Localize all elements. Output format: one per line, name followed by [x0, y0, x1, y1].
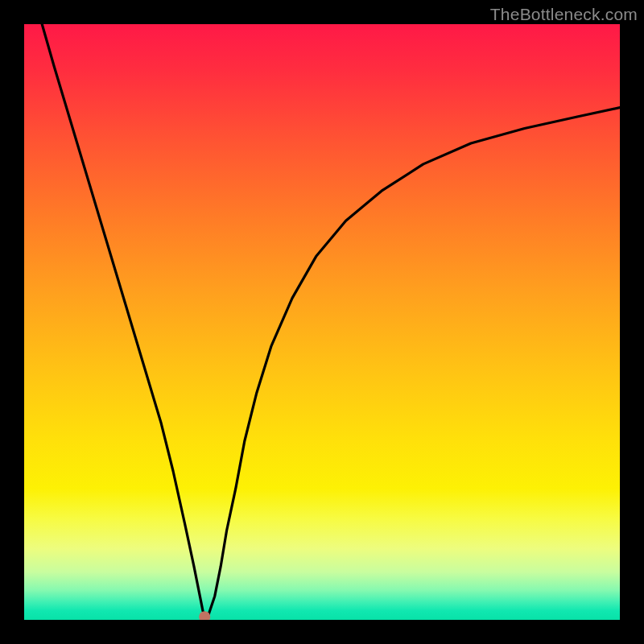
chart-container: TheBottleneck.com — [0, 0, 644, 644]
plot-area — [24, 24, 620, 620]
curve-svg — [24, 24, 620, 620]
bottleneck-curve — [42, 24, 620, 617]
watermark-text: TheBottleneck.com — [490, 5, 638, 24]
